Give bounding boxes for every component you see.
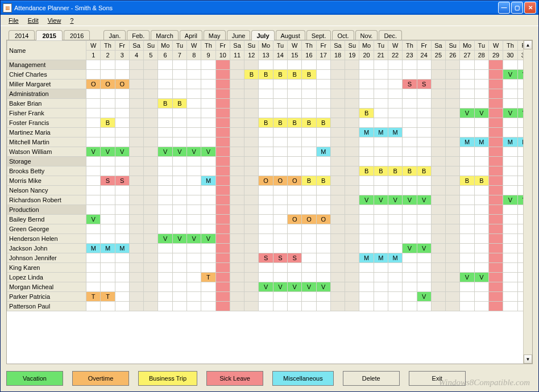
day-cell[interactable]: [158, 166, 172, 176]
day-cell[interactable]: [474, 157, 488, 166]
day-cell[interactable]: [86, 205, 101, 215]
day-cell[interactable]: [172, 263, 186, 273]
year-tab-2014[interactable]: 2014: [9, 30, 35, 40]
day-cell[interactable]: [144, 253, 158, 263]
day-cell[interactable]: B: [417, 166, 431, 176]
day-cell[interactable]: [144, 89, 158, 99]
day-cell[interactable]: [288, 128, 302, 137]
day-cell[interactable]: [230, 109, 244, 118]
day-cell[interactable]: [446, 186, 460, 195]
day-cell[interactable]: [244, 292, 259, 302]
day-cell[interactable]: [244, 186, 259, 195]
day-cell[interactable]: [158, 128, 172, 137]
employee-name[interactable]: King Karen: [7, 263, 86, 273]
day-cell[interactable]: [288, 224, 302, 234]
day-cell[interactable]: V: [417, 292, 431, 302]
day-cell[interactable]: [244, 157, 259, 166]
day-cell[interactable]: [129, 215, 143, 224]
day-cell[interactable]: [417, 282, 431, 292]
attendance-code-V[interactable]: V: [403, 244, 416, 253]
day-cell[interactable]: [86, 166, 101, 176]
day-cell[interactable]: [503, 244, 517, 253]
day-cell[interactable]: [417, 302, 431, 311]
day-cell[interactable]: [187, 70, 201, 80]
day-cell[interactable]: T: [201, 273, 215, 282]
day-cell[interactable]: [488, 157, 503, 166]
day-cell[interactable]: [417, 253, 431, 263]
day-cell[interactable]: [187, 166, 201, 176]
day-cell[interactable]: [273, 166, 287, 176]
day-cell[interactable]: [158, 195, 172, 205]
day-cell[interactable]: M: [316, 147, 330, 157]
day-cell[interactable]: [259, 80, 273, 89]
day-cell[interactable]: [101, 166, 115, 176]
day-cell[interactable]: [115, 157, 129, 166]
day-cell[interactable]: [86, 282, 101, 292]
day-cell[interactable]: [417, 128, 431, 137]
day-cell[interactable]: [403, 215, 417, 224]
day-cell[interactable]: [115, 263, 129, 273]
group-header[interactable]: Storage: [7, 157, 86, 166]
day-cell[interactable]: [129, 128, 143, 137]
day-cell[interactable]: [330, 137, 345, 147]
day-cell[interactable]: [431, 224, 445, 234]
day-cell[interactable]: [158, 253, 172, 263]
day-cell[interactable]: B: [259, 118, 273, 128]
day-cell[interactable]: [259, 137, 273, 147]
day-cell[interactable]: [201, 109, 215, 118]
day-cell[interactable]: O: [288, 215, 302, 224]
day-cell[interactable]: [359, 282, 374, 292]
day-cell[interactable]: [244, 118, 259, 128]
day-cell[interactable]: [503, 186, 517, 195]
day-cell[interactable]: [187, 205, 201, 215]
day-cell[interactable]: [230, 282, 244, 292]
day-cell[interactable]: [330, 273, 345, 282]
day-cell[interactable]: V: [503, 195, 517, 205]
day-cell[interactable]: [288, 99, 302, 109]
day-cell[interactable]: [403, 302, 417, 311]
day-cell[interactable]: V: [187, 234, 201, 244]
day-cell[interactable]: [345, 147, 359, 157]
day-cell[interactable]: [460, 292, 474, 302]
day-cell[interactable]: [288, 89, 302, 99]
day-cell[interactable]: [86, 273, 101, 282]
day-cell[interactable]: [129, 253, 143, 263]
attendance-code-O[interactable]: O: [101, 80, 114, 89]
day-cell[interactable]: [129, 282, 143, 292]
attendance-code-V[interactable]: V: [288, 282, 301, 291]
day-cell[interactable]: [230, 302, 244, 311]
business-trip-button[interactable]: Business Trip: [138, 371, 197, 386]
day-cell[interactable]: [288, 166, 302, 176]
day-cell[interactable]: [446, 292, 460, 302]
attendance-code-V[interactable]: V: [374, 195, 388, 205]
attendance-code-O[interactable]: O: [86, 80, 100, 89]
day-cell[interactable]: [388, 244, 402, 253]
day-cell[interactable]: [359, 273, 374, 282]
attendance-code-M[interactable]: M: [86, 244, 100, 253]
day-cell[interactable]: [187, 273, 201, 282]
day-cell[interactable]: [230, 80, 244, 89]
day-cell[interactable]: [330, 205, 345, 215]
day-cell[interactable]: [201, 186, 215, 195]
day-cell[interactable]: [259, 147, 273, 157]
day-cell[interactable]: [316, 99, 330, 109]
attendance-code-M[interactable]: M: [374, 128, 388, 137]
day-cell[interactable]: [215, 263, 230, 273]
day-cell[interactable]: [302, 263, 316, 273]
day-cell[interactable]: [187, 157, 201, 166]
attendance-code-V[interactable]: V: [388, 195, 402, 205]
day-cell[interactable]: [244, 166, 259, 176]
day-cell[interactable]: [201, 118, 215, 128]
day-cell[interactable]: [431, 215, 445, 224]
month-tab-July[interactable]: July: [251, 30, 274, 40]
day-cell[interactable]: [359, 89, 374, 99]
day-cell[interactable]: B: [316, 176, 330, 186]
day-cell[interactable]: [230, 147, 244, 157]
day-cell[interactable]: [460, 60, 474, 70]
group-header[interactable]: Administration: [7, 89, 86, 99]
day-cell[interactable]: [201, 302, 215, 311]
day-cell[interactable]: [201, 205, 215, 215]
day-cell[interactable]: [503, 282, 517, 292]
day-cell[interactable]: [474, 186, 488, 195]
day-cell[interactable]: [488, 166, 503, 176]
